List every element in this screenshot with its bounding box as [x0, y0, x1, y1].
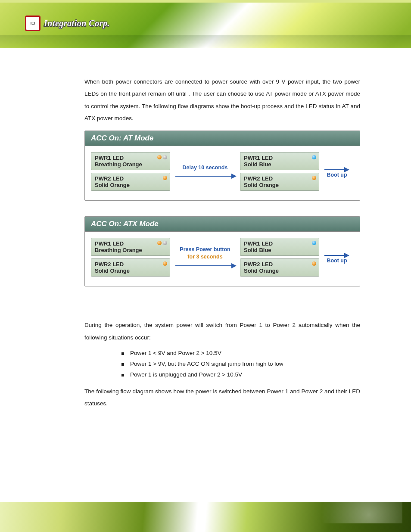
led-box-pwr1-after: PWR1 LED Solid Blue	[240, 152, 319, 170]
boot-up-label: Boot up	[327, 172, 347, 178]
logo-mark-icon: IEI	[25, 16, 40, 31]
pwr1-label: PWR1 LED	[244, 155, 308, 161]
led-box-pwr2-after: PWR2 LED Solid Orange	[240, 173, 319, 191]
diagram-at-state-before: PWR1 LED Breathing Orange PWR2 LED Solid…	[91, 152, 170, 191]
document-page: IEI Integration Corp. When both power co…	[0, 0, 411, 532]
boot-up-label: Boot up	[327, 258, 347, 264]
pwr2-label: PWR2 LED	[95, 175, 159, 182]
led-dot-orange-icon	[312, 261, 316, 266]
led-box-pwr1-before: PWR1 LED Breathing Orange	[91, 238, 170, 256]
led-dot-orange-icon	[157, 155, 162, 159]
diagram-at-mode: ACC On: AT Mode PWR1 LED Breathing Orang…	[84, 131, 360, 201]
pwr1-state: Solid Blue	[244, 161, 308, 168]
diagram-at-result: Boot up	[322, 165, 352, 178]
led-dot-orange-icon	[312, 176, 316, 180]
led-indicator-icons	[157, 155, 167, 159]
diagram-atx-result: Boot up	[322, 251, 352, 264]
pwr2-label: PWR2 LED	[95, 261, 159, 268]
page-header-banner: IEI Integration Corp.	[0, 0, 411, 48]
arrow-right-icon	[173, 263, 237, 269]
led-box-pwr2-after: PWR2 LED Solid Orange	[240, 258, 319, 277]
led-box-pwr1-before: PWR1 LED Breathing Orange	[91, 152, 170, 170]
diagram-atx-state-before: PWR1 LED Breathing Orange PWR2 LED Solid…	[91, 238, 170, 277]
list-item: Power 1 > 9V, but the ACC ON signal jump…	[84, 361, 360, 367]
pwr1-state: Breathing Orange	[95, 247, 159, 253]
pwr2-label: PWR2 LED	[244, 261, 308, 268]
logo-text: Integration Corp.	[44, 19, 110, 28]
diagram-atx-state-after: PWR1 LED Solid Blue PWR2 LED Solid Orang…	[240, 238, 319, 277]
switch-outro-paragraph: The following flow diagram shows how the…	[84, 386, 360, 410]
pwr2-state: Solid Orange	[95, 182, 159, 188]
diagram-atx-body: PWR1 LED Breathing Orange PWR2 LED Solid…	[85, 232, 360, 286]
led-indicator-icons	[312, 241, 316, 245]
pwr1-label: PWR1 LED	[95, 240, 159, 247]
led-indicator-icons	[312, 261, 316, 266]
led-dot-blue-icon	[312, 155, 316, 159]
led-dot-orange-icon	[163, 261, 167, 266]
diagram-at-state-after: PWR1 LED Solid Blue PWR2 LED Solid Orang…	[240, 152, 319, 191]
diagram-at-body: PWR1 LED Breathing Orange PWR2 LED Solid…	[85, 146, 360, 200]
transition-label: Press Power button for 3 seconds	[180, 246, 230, 261]
page-content: When both power connectors are connected…	[84, 76, 360, 416]
switch-intro-paragraph: During the operation, the system power w…	[84, 319, 360, 344]
led-indicator-icons	[163, 176, 167, 180]
led-dot-grey-icon	[163, 241, 167, 245]
led-indicator-icons	[157, 241, 167, 245]
pwr1-label: PWR1 LED	[244, 240, 308, 247]
transition-label: Delay 10 seconds	[183, 164, 228, 172]
led-dot-orange-icon	[157, 241, 162, 245]
pwr1-label: PWR1 LED	[95, 155, 159, 161]
diagram-atx-title: ACC On: ATX Mode	[85, 217, 360, 232]
company-logo: IEI Integration Corp.	[25, 16, 110, 31]
led-indicator-icons	[312, 176, 316, 180]
arrow-right-icon	[324, 167, 350, 173]
pwr1-state: Breathing Orange	[95, 161, 159, 168]
transition-line2: for 3 seconds	[187, 254, 222, 260]
list-item: Power 1 is unplugged and Power 2 > 10.5V	[84, 371, 360, 378]
diagram-atx-mode: ACC On: ATX Mode PWR1 LED Breathing Oran…	[84, 216, 360, 286]
led-dot-blue-icon	[312, 241, 316, 245]
pwr2-state: Solid Orange	[244, 268, 308, 274]
diagram-at-title: ACC On: AT Mode	[85, 131, 360, 146]
diagram-at-transition: Delay 10 seconds	[173, 164, 237, 180]
arrow-right-icon	[324, 252, 350, 258]
transition-line1: Press Power button	[180, 246, 230, 252]
logo-mark-text: IEI	[30, 22, 35, 25]
pwr2-state: Solid Orange	[95, 268, 159, 274]
led-indicator-icons	[163, 261, 167, 266]
led-box-pwr2-before: PWR2 LED Solid Orange	[91, 173, 170, 191]
arrow-right-icon	[173, 173, 237, 179]
led-dot-orange-icon	[163, 176, 167, 180]
pwr1-state: Solid Blue	[244, 247, 308, 253]
page-footer-banner	[0, 502, 411, 532]
list-item: Power 1 < 9V and Power 2 > 10.5V	[84, 350, 360, 356]
pwr2-state: Solid Orange	[244, 182, 308, 188]
diagram-atx-transition: Press Power button for 3 seconds	[173, 246, 237, 269]
intro-paragraph: When both power connectors are connected…	[84, 76, 360, 124]
led-indicator-icons	[312, 155, 316, 159]
switch-conditions-list: Power 1 < 9V and Power 2 > 10.5V Power 1…	[84, 350, 360, 378]
pwr2-label: PWR2 LED	[244, 175, 308, 182]
led-box-pwr2-before: PWR2 LED Solid Orange	[91, 258, 170, 277]
led-dot-grey-icon	[163, 155, 167, 159]
led-box-pwr1-after: PWR1 LED Solid Blue	[240, 238, 319, 256]
